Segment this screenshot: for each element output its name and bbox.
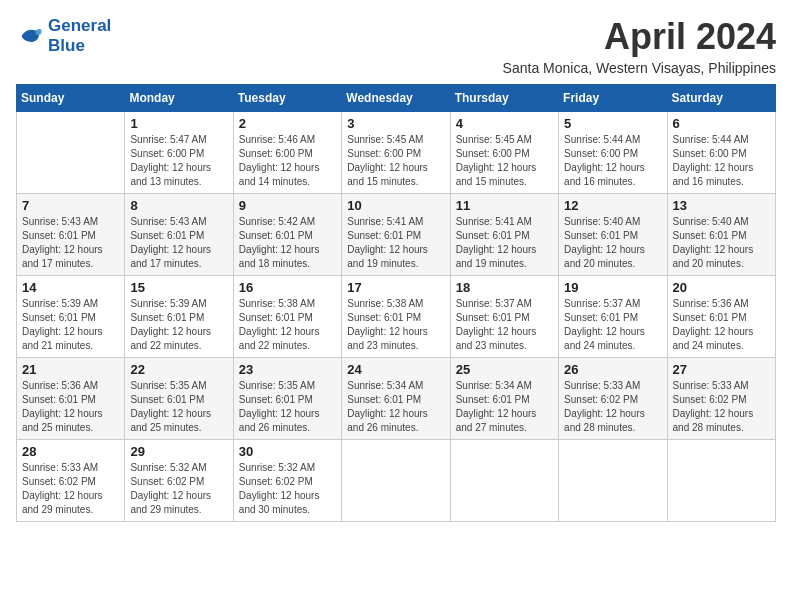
calendar-cell: 18Sunrise: 5:37 AM Sunset: 6:01 PM Dayli…: [450, 276, 558, 358]
day-info: Sunrise: 5:44 AM Sunset: 6:00 PM Dayligh…: [564, 133, 661, 189]
day-info: Sunrise: 5:33 AM Sunset: 6:02 PM Dayligh…: [22, 461, 119, 517]
day-number: 7: [22, 198, 119, 213]
calendar-cell: 2Sunrise: 5:46 AM Sunset: 6:00 PM Daylig…: [233, 112, 341, 194]
day-info: Sunrise: 5:34 AM Sunset: 6:01 PM Dayligh…: [347, 379, 444, 435]
location-subtitle: Santa Monica, Western Visayas, Philippin…: [503, 60, 776, 76]
calendar-cell: 14Sunrise: 5:39 AM Sunset: 6:01 PM Dayli…: [17, 276, 125, 358]
day-number: 30: [239, 444, 336, 459]
calendar-week-3: 14Sunrise: 5:39 AM Sunset: 6:01 PM Dayli…: [17, 276, 776, 358]
column-header-saturday: Saturday: [667, 85, 775, 112]
day-number: 8: [130, 198, 227, 213]
calendar-cell: 10Sunrise: 5:41 AM Sunset: 6:01 PM Dayli…: [342, 194, 450, 276]
day-info: Sunrise: 5:47 AM Sunset: 6:00 PM Dayligh…: [130, 133, 227, 189]
day-info: Sunrise: 5:32 AM Sunset: 6:02 PM Dayligh…: [130, 461, 227, 517]
calendar-cell: 4Sunrise: 5:45 AM Sunset: 6:00 PM Daylig…: [450, 112, 558, 194]
day-number: 9: [239, 198, 336, 213]
day-number: 2: [239, 116, 336, 131]
calendar-cell: 21Sunrise: 5:36 AM Sunset: 6:01 PM Dayli…: [17, 358, 125, 440]
calendar-week-5: 28Sunrise: 5:33 AM Sunset: 6:02 PM Dayli…: [17, 440, 776, 522]
day-info: Sunrise: 5:38 AM Sunset: 6:01 PM Dayligh…: [347, 297, 444, 353]
day-info: Sunrise: 5:42 AM Sunset: 6:01 PM Dayligh…: [239, 215, 336, 271]
column-header-sunday: Sunday: [17, 85, 125, 112]
calendar-cell: [667, 440, 775, 522]
calendar-cell: 20Sunrise: 5:36 AM Sunset: 6:01 PM Dayli…: [667, 276, 775, 358]
day-info: Sunrise: 5:35 AM Sunset: 6:01 PM Dayligh…: [130, 379, 227, 435]
day-number: 6: [673, 116, 770, 131]
calendar-cell: 9Sunrise: 5:42 AM Sunset: 6:01 PM Daylig…: [233, 194, 341, 276]
calendar-cell: 22Sunrise: 5:35 AM Sunset: 6:01 PM Dayli…: [125, 358, 233, 440]
day-number: 26: [564, 362, 661, 377]
calendar-cell: 29Sunrise: 5:32 AM Sunset: 6:02 PM Dayli…: [125, 440, 233, 522]
day-number: 11: [456, 198, 553, 213]
logo-text: General Blue: [48, 16, 111, 57]
day-number: 12: [564, 198, 661, 213]
column-header-wednesday: Wednesday: [342, 85, 450, 112]
day-number: 27: [673, 362, 770, 377]
calendar-week-1: 1Sunrise: 5:47 AM Sunset: 6:00 PM Daylig…: [17, 112, 776, 194]
logo-icon: [16, 22, 44, 50]
calendar-cell: 30Sunrise: 5:32 AM Sunset: 6:02 PM Dayli…: [233, 440, 341, 522]
day-info: Sunrise: 5:36 AM Sunset: 6:01 PM Dayligh…: [673, 297, 770, 353]
day-info: Sunrise: 5:40 AM Sunset: 6:01 PM Dayligh…: [673, 215, 770, 271]
day-info: Sunrise: 5:41 AM Sunset: 6:01 PM Dayligh…: [456, 215, 553, 271]
logo: General Blue: [16, 16, 111, 57]
calendar-table: SundayMondayTuesdayWednesdayThursdayFrid…: [16, 84, 776, 522]
day-info: Sunrise: 5:35 AM Sunset: 6:01 PM Dayligh…: [239, 379, 336, 435]
day-number: 19: [564, 280, 661, 295]
calendar-cell: 1Sunrise: 5:47 AM Sunset: 6:00 PM Daylig…: [125, 112, 233, 194]
column-header-monday: Monday: [125, 85, 233, 112]
calendar-cell: 28Sunrise: 5:33 AM Sunset: 6:02 PM Dayli…: [17, 440, 125, 522]
calendar-body: 1Sunrise: 5:47 AM Sunset: 6:00 PM Daylig…: [17, 112, 776, 522]
calendar-cell: 5Sunrise: 5:44 AM Sunset: 6:00 PM Daylig…: [559, 112, 667, 194]
day-number: 28: [22, 444, 119, 459]
day-info: Sunrise: 5:37 AM Sunset: 6:01 PM Dayligh…: [456, 297, 553, 353]
calendar-cell: 26Sunrise: 5:33 AM Sunset: 6:02 PM Dayli…: [559, 358, 667, 440]
day-info: Sunrise: 5:33 AM Sunset: 6:02 PM Dayligh…: [564, 379, 661, 435]
page-header: General Blue April 2024 Santa Monica, We…: [16, 16, 776, 76]
calendar-cell: 23Sunrise: 5:35 AM Sunset: 6:01 PM Dayli…: [233, 358, 341, 440]
day-info: Sunrise: 5:34 AM Sunset: 6:01 PM Dayligh…: [456, 379, 553, 435]
day-info: Sunrise: 5:39 AM Sunset: 6:01 PM Dayligh…: [22, 297, 119, 353]
day-info: Sunrise: 5:33 AM Sunset: 6:02 PM Dayligh…: [673, 379, 770, 435]
day-number: 5: [564, 116, 661, 131]
column-header-friday: Friday: [559, 85, 667, 112]
day-number: 14: [22, 280, 119, 295]
day-info: Sunrise: 5:43 AM Sunset: 6:01 PM Dayligh…: [22, 215, 119, 271]
calendar-cell: 13Sunrise: 5:40 AM Sunset: 6:01 PM Dayli…: [667, 194, 775, 276]
calendar-cell: [342, 440, 450, 522]
title-section: April 2024 Santa Monica, Western Visayas…: [503, 16, 776, 76]
day-number: 29: [130, 444, 227, 459]
column-header-thursday: Thursday: [450, 85, 558, 112]
day-info: Sunrise: 5:43 AM Sunset: 6:01 PM Dayligh…: [130, 215, 227, 271]
day-number: 13: [673, 198, 770, 213]
calendar-week-2: 7Sunrise: 5:43 AM Sunset: 6:01 PM Daylig…: [17, 194, 776, 276]
day-number: 21: [22, 362, 119, 377]
day-number: 4: [456, 116, 553, 131]
day-number: 20: [673, 280, 770, 295]
calendar-cell: 19Sunrise: 5:37 AM Sunset: 6:01 PM Dayli…: [559, 276, 667, 358]
calendar-cell: 12Sunrise: 5:40 AM Sunset: 6:01 PM Dayli…: [559, 194, 667, 276]
day-number: 17: [347, 280, 444, 295]
calendar-cell: 25Sunrise: 5:34 AM Sunset: 6:01 PM Dayli…: [450, 358, 558, 440]
day-info: Sunrise: 5:40 AM Sunset: 6:01 PM Dayligh…: [564, 215, 661, 271]
day-number: 24: [347, 362, 444, 377]
calendar-cell: 16Sunrise: 5:38 AM Sunset: 6:01 PM Dayli…: [233, 276, 341, 358]
calendar-header-row: SundayMondayTuesdayWednesdayThursdayFrid…: [17, 85, 776, 112]
day-number: 10: [347, 198, 444, 213]
day-info: Sunrise: 5:45 AM Sunset: 6:00 PM Dayligh…: [456, 133, 553, 189]
day-info: Sunrise: 5:46 AM Sunset: 6:00 PM Dayligh…: [239, 133, 336, 189]
day-info: Sunrise: 5:41 AM Sunset: 6:01 PM Dayligh…: [347, 215, 444, 271]
calendar-cell: 27Sunrise: 5:33 AM Sunset: 6:02 PM Dayli…: [667, 358, 775, 440]
day-number: 16: [239, 280, 336, 295]
calendar-cell: [450, 440, 558, 522]
day-number: 3: [347, 116, 444, 131]
day-number: 18: [456, 280, 553, 295]
calendar-cell: 24Sunrise: 5:34 AM Sunset: 6:01 PM Dayli…: [342, 358, 450, 440]
column-header-tuesday: Tuesday: [233, 85, 341, 112]
calendar-cell: 8Sunrise: 5:43 AM Sunset: 6:01 PM Daylig…: [125, 194, 233, 276]
day-number: 22: [130, 362, 227, 377]
calendar-cell: 7Sunrise: 5:43 AM Sunset: 6:01 PM Daylig…: [17, 194, 125, 276]
calendar-cell: [559, 440, 667, 522]
day-number: 25: [456, 362, 553, 377]
calendar-cell: 11Sunrise: 5:41 AM Sunset: 6:01 PM Dayli…: [450, 194, 558, 276]
